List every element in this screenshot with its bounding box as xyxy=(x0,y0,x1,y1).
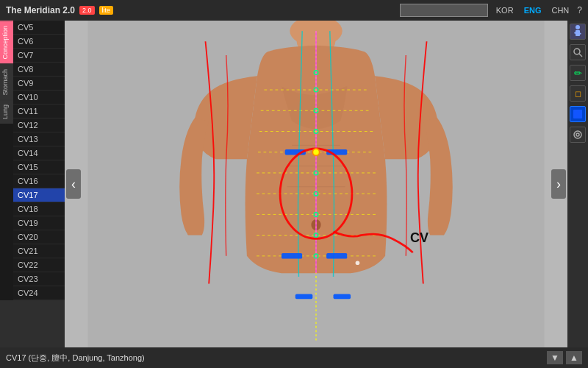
meridian-item-cv7[interactable]: CV7 xyxy=(13,49,65,63)
header-left: The Meridian 2.0 2.0 lite xyxy=(6,5,113,15)
meridian-item-cv9[interactable]: CV9 xyxy=(13,77,65,91)
meridian-item-cv11[interactable]: CV11 xyxy=(13,105,65,118)
meridian-item-cv17[interactable]: CV17 xyxy=(13,188,65,202)
meridian-item-cv22[interactable]: CV22 xyxy=(13,258,65,272)
cv-annotation: CV xyxy=(410,230,429,246)
nav-arrow-right[interactable]: › xyxy=(551,169,566,199)
meridian-item-cv6[interactable]: CV6 xyxy=(13,35,65,49)
lang-kor[interactable]: KOR xyxy=(494,5,516,15)
meridian-item-cv20[interactable]: CV20 xyxy=(13,230,65,244)
tab-stomach[interactable]: Stomach xyxy=(0,64,13,100)
point-info: CV17 (단중, 膻中, Danjung, Tanzhong) xyxy=(6,353,145,364)
meridian-item-cv12[interactable]: CV12 xyxy=(13,118,65,132)
meridian-list: CV5CV6CV7CV8CV9CV10CV11CV12CV13CV14CV15C… xyxy=(13,21,65,300)
meridian-item-cv21[interactable]: CV21 xyxy=(13,244,65,258)
meridian-tab-group: Conception Stomach Lung CV5CV6CV7CV8CV9C… xyxy=(0,21,65,300)
tab-lung[interactable]: Lung xyxy=(0,99,13,124)
svg-rect-31 xyxy=(282,253,302,259)
meridian-item-cv8[interactable]: CV8 xyxy=(13,63,65,77)
svg-rect-34 xyxy=(334,294,351,300)
eraser-button[interactable]: ◻ xyxy=(570,85,586,102)
body-figure xyxy=(65,21,567,347)
meridian-item-cv16[interactable]: CV16 xyxy=(13,174,65,188)
version-badge: 2.0 xyxy=(79,6,95,15)
figure-button[interactable] xyxy=(570,24,586,40)
left-sidebar: Conception Stomach Lung CV5CV6CV7CV8CV9C… xyxy=(0,21,65,347)
color-blue-button[interactable] xyxy=(570,106,586,122)
prev-button[interactable]: ▼ xyxy=(547,351,563,364)
next-button[interactable]: ▲ xyxy=(566,351,582,364)
meridian-item-cv24[interactable]: CV24 xyxy=(13,286,65,300)
meridian-item-cv23[interactable]: CV23 xyxy=(13,272,65,286)
pencil-button[interactable]: ✏ xyxy=(570,65,586,81)
bottom-bar: CV17 (단중, 膻中, Danjung, Tanzhong) ▼ ▲ xyxy=(0,347,588,368)
svg-point-37 xyxy=(356,261,360,265)
svg-point-45 xyxy=(576,133,579,136)
lite-badge: lite xyxy=(99,6,114,15)
right-toolbar: ✏ ◻ xyxy=(567,21,588,347)
meridian-item-cv13[interactable]: CV13 xyxy=(13,132,65,146)
app-title: The Meridian 2.0 xyxy=(6,5,75,15)
meridian-item-cv14[interactable]: CV14 xyxy=(13,146,65,160)
meridian-item-cv5[interactable]: CV5 xyxy=(13,21,65,35)
main-area: Conception Stomach Lung CV5CV6CV7CV8CV9C… xyxy=(0,21,588,347)
meridian-item-cv18[interactable]: CV18 xyxy=(13,202,65,216)
meridian-item-cv15[interactable]: CV15 xyxy=(13,160,65,174)
svg-rect-33 xyxy=(295,294,313,300)
svg-rect-32 xyxy=(326,253,347,259)
svg-line-43 xyxy=(579,54,582,57)
search-input[interactable] xyxy=(400,4,488,17)
svg-point-36 xyxy=(312,149,319,155)
meridian-item-cv10[interactable]: CV10 xyxy=(13,91,65,105)
canvas-area: CV ‹ › xyxy=(65,21,567,347)
svg-point-44 xyxy=(574,131,581,138)
svg-point-38 xyxy=(576,25,580,29)
header: The Meridian 2.0 2.0 lite KOR ENG CHN ? xyxy=(0,0,588,21)
vertical-tabs: Conception Stomach Lung xyxy=(0,21,13,300)
header-right: KOR ENG CHN ? xyxy=(400,4,582,17)
nav-arrow-left[interactable]: ‹ xyxy=(66,169,81,199)
lang-eng[interactable]: ENG xyxy=(522,5,544,15)
app: The Meridian 2.0 2.0 lite KOR ENG CHN ? … xyxy=(0,0,588,368)
settings-button[interactable] xyxy=(570,127,586,143)
meridian-item-cv19[interactable]: CV19 xyxy=(13,216,65,230)
zoom-button[interactable] xyxy=(570,44,586,60)
svg-point-42 xyxy=(574,49,580,54)
tab-conception[interactable]: Conception xyxy=(0,21,13,64)
help-button[interactable]: ? xyxy=(577,5,582,15)
lang-chn[interactable]: CHN xyxy=(549,5,571,15)
bottom-nav: ▼ ▲ xyxy=(547,351,582,364)
